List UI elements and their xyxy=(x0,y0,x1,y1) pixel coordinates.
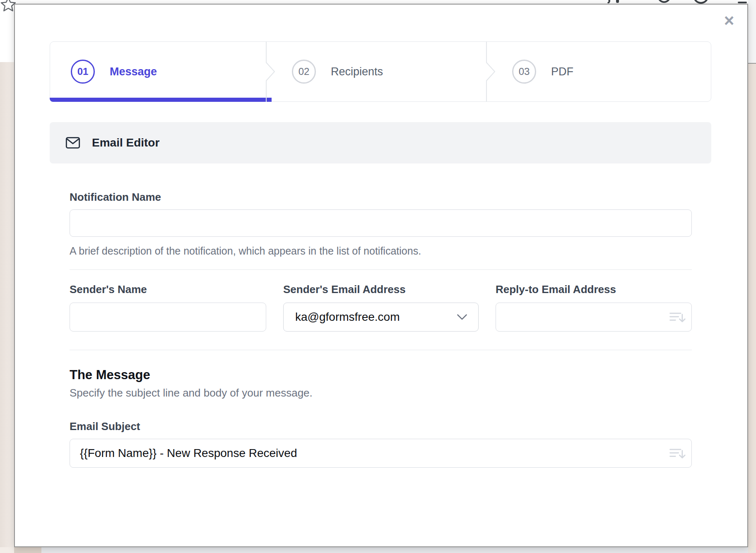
notification-name-help: A brief description of the notification,… xyxy=(70,245,692,257)
notification-name-label: Notification Name xyxy=(70,191,692,204)
tab-message[interactable]: 01 Message xyxy=(50,42,271,101)
tab-label: Message xyxy=(110,65,157,78)
insert-merge-tag-icon[interactable] xyxy=(668,444,686,462)
tab-label: PDF xyxy=(551,65,573,78)
divider xyxy=(70,350,692,350)
page-background-left xyxy=(0,62,14,553)
envelope-icon xyxy=(65,135,81,151)
message-section-title: The Message xyxy=(70,368,692,382)
close-icon[interactable]: × xyxy=(720,11,739,30)
section-title: Email Editor xyxy=(92,136,159,149)
message-form: Notification Name A brief description of… xyxy=(70,191,692,468)
insert-merge-tag-icon[interactable] xyxy=(668,308,686,326)
page-background-right xyxy=(748,64,756,553)
reload-icon-partial xyxy=(657,0,672,4)
tab-label: Recipients xyxy=(331,65,383,78)
email-subject-label: Email Subject xyxy=(70,420,692,433)
menu-icon-partial xyxy=(737,0,748,4)
page-background-bottom-right xyxy=(748,547,756,553)
toolbar-fragment-icon xyxy=(605,0,624,3)
chevron-down-icon xyxy=(457,314,467,321)
tab-pdf[interactable]: 03 PDF xyxy=(491,42,711,101)
sender-email-select[interactable]: ka@gformsfree.com xyxy=(283,303,479,332)
reply-to-input[interactable] xyxy=(496,303,692,332)
message-section-subtitle: Specify the subject line and body of you… xyxy=(70,387,692,399)
account-icon-partial xyxy=(692,0,710,4)
step-number-badge: 02 xyxy=(292,60,316,84)
page-header-strip-right xyxy=(748,0,756,63)
step-number-badge: 03 xyxy=(512,60,536,84)
sender-email-value: ka@gformsfree.com xyxy=(295,310,400,324)
notification-editor-modal: × 01 Message 02 Recipients 03 PDF xyxy=(14,4,748,547)
active-tab-underline xyxy=(50,98,272,102)
divider xyxy=(70,269,692,270)
reply-to-label: Reply-to Email Address xyxy=(496,283,692,296)
page-background-bottom-accent xyxy=(14,547,41,553)
page-header-strip-top xyxy=(14,0,748,4)
email-subject-input[interactable] xyxy=(70,439,692,468)
page-background-bottom-left xyxy=(0,547,14,553)
email-editor-header: Email Editor xyxy=(50,122,711,163)
sender-row: Sender's Name Sender's Email Address ka@… xyxy=(70,283,692,332)
sender-name-input[interactable] xyxy=(70,303,266,332)
step-wizard: 01 Message 02 Recipients 03 PDF xyxy=(50,41,711,102)
page-background-bottom xyxy=(41,547,748,553)
sender-email-label: Sender's Email Address xyxy=(283,283,479,296)
tab-recipients[interactable]: 02 Recipients xyxy=(271,42,491,101)
notification-name-input[interactable] xyxy=(70,209,692,237)
step-number-badge: 01 xyxy=(71,60,95,84)
sender-name-label: Sender's Name xyxy=(70,283,266,296)
